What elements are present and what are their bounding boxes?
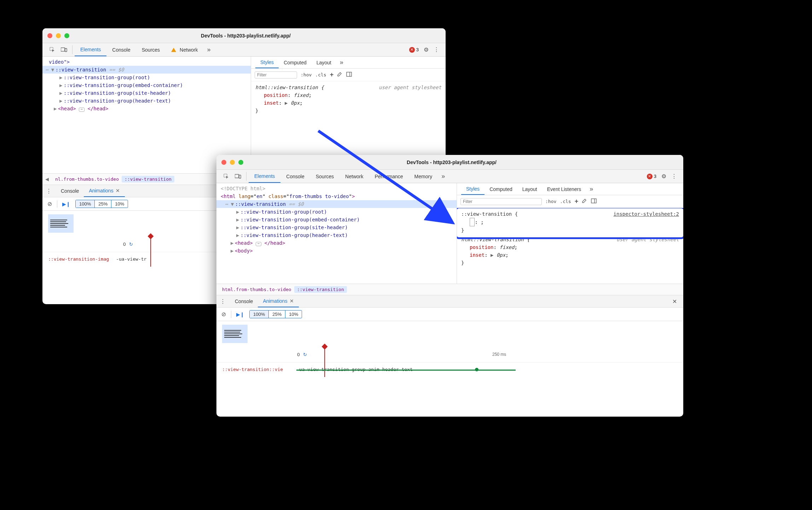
drawer-tab-animations[interactable]: Animations✕ <box>258 295 298 307</box>
animation-timeline[interactable]: 0 ↻ 250 ms <box>216 347 683 362</box>
close-icon[interactable]: ✕ <box>116 188 120 193</box>
dom-body[interactable]: ▶<body> <box>216 247 457 255</box>
drawer-kebab-icon[interactable]: ⋮ <box>220 298 226 305</box>
stab-more-icon[interactable]: » <box>586 183 597 195</box>
playhead[interactable] <box>323 344 327 377</box>
stab-computed[interactable]: Computed <box>485 183 517 195</box>
device-icon[interactable] <box>58 43 70 56</box>
speed-10[interactable]: 10% <box>111 200 128 208</box>
playhead[interactable] <box>149 234 153 267</box>
dom-group-0[interactable]: ▶::view-transition-group(root) <box>216 208 457 216</box>
tab-console[interactable]: Console <box>106 43 136 56</box>
kebab-icon[interactable]: ⋮ <box>434 46 439 53</box>
dom-group-2[interactable]: ▶::view-transition-group(site-header) <box>216 224 457 231</box>
clear-icon[interactable]: ⊘ <box>221 311 226 318</box>
stab-computed[interactable]: Computed <box>279 57 312 68</box>
error-badge[interactable]: ✕ 3 <box>409 47 419 53</box>
cls-toggle[interactable]: .cls <box>560 199 571 204</box>
speed-100[interactable]: 100% <box>250 311 269 318</box>
new-rule-icon[interactable]: + <box>575 198 579 205</box>
close-dot[interactable] <box>221 160 226 165</box>
gear-icon[interactable]: ⚙ <box>661 173 666 180</box>
dom-selected-node[interactable]: ⋯ ▼::view-transition == $0 <box>42 66 251 74</box>
styles-filter-input[interactable] <box>255 71 297 79</box>
device-icon[interactable] <box>232 170 244 183</box>
dom-tree[interactable]: <!DOCTYPE html> <html lang="en" class="f… <box>216 183 457 284</box>
inspect-icon[interactable] <box>221 170 232 183</box>
dom-group-1[interactable]: ▶::view-transition-group(embed-container… <box>42 81 251 89</box>
clear-icon[interactable]: ⊘ <box>47 201 52 207</box>
dom-head[interactable]: ▶<head> ⋯ </head> <box>216 239 457 247</box>
tab-sources[interactable]: Sources <box>136 43 166 56</box>
tab-elements[interactable]: Elements <box>75 43 106 56</box>
dom-group-1[interactable]: ▶::view-transition-group(embed-container… <box>216 216 457 224</box>
dom-selected-node[interactable]: ⋯ ▼::view-transition == $0 <box>216 200 457 208</box>
breadcrumb-1[interactable]: ::view-transition <box>294 286 347 293</box>
brush-icon[interactable] <box>582 198 587 205</box>
panel-icon[interactable] <box>346 71 352 78</box>
tab-elements[interactable]: Elements <box>249 170 280 183</box>
close-dot[interactable] <box>47 33 52 38</box>
dom-group-0[interactable]: ▶::view-transition-group(root) <box>42 74 251 81</box>
dom-head[interactable]: ▶<head> ⋯ </head> <box>42 105 251 112</box>
gear-icon[interactable]: ⚙ <box>424 46 429 53</box>
breadcrumb-1[interactable]: ::view-transition <box>122 176 174 182</box>
styles-rules[interactable]: inspector-stylesheet:2::view-transition … <box>457 208 683 284</box>
drawer-tab-console[interactable]: Console <box>230 295 258 307</box>
hov-toggle[interactable]: :hov <box>545 199 556 204</box>
chevron-left-icon[interactable]: ◀ <box>45 176 52 182</box>
tab-performance[interactable]: Performance <box>369 170 408 183</box>
dom-group-2[interactable]: ▶::view-transition-group(site-header) <box>42 89 251 97</box>
drawer-kebab-icon[interactable]: ⋮ <box>46 188 52 195</box>
stab-styles[interactable]: Styles <box>461 183 485 195</box>
speed-25[interactable]: 25% <box>269 311 285 318</box>
stab-more-icon[interactable]: » <box>336 57 347 68</box>
animation-track[interactable]: ::view-transition::vie -ua-view-transiti… <box>216 362 683 376</box>
drawer-tab-animations[interactable]: Animations✕ <box>84 185 124 197</box>
breadcrumb-0[interactable]: nl.from-thumbs.to-video <box>52 176 122 182</box>
tab-memory[interactable]: Memory <box>409 170 438 183</box>
kebab-icon[interactable]: ⋮ <box>671 173 677 180</box>
play-icon[interactable]: ▶❙ <box>62 201 70 207</box>
play-icon[interactable]: ▶❙ <box>236 312 244 317</box>
speed-10[interactable]: 10% <box>285 311 302 318</box>
brush-icon[interactable] <box>337 71 343 78</box>
zoom-dot[interactable] <box>238 160 243 165</box>
breadcrumb-0[interactable]: html.from-thumbs.to-video <box>219 286 294 293</box>
cls-toggle[interactable]: .cls <box>315 72 326 77</box>
drawer-tab-console[interactable]: Console <box>56 185 84 197</box>
reload-icon[interactable]: ↻ <box>303 352 307 357</box>
tab-console[interactable]: Console <box>280 170 310 183</box>
more-tabs-icon[interactable]: » <box>438 170 448 183</box>
close-icon[interactable]: ✕ <box>290 298 294 304</box>
tab-sources[interactable]: Sources <box>310 170 340 183</box>
tab-network[interactable]: Network <box>340 170 369 183</box>
dom-group-3[interactable]: ▶::view-transition-group(header-text) <box>216 231 457 239</box>
animation-group-thumb[interactable] <box>48 214 74 233</box>
styles-filter-input[interactable] <box>460 198 542 205</box>
stab-styles[interactable]: Styles <box>255 57 279 68</box>
animation-group-thumb[interactable] <box>222 325 248 343</box>
drawer-close-icon[interactable]: ✕ <box>669 298 680 305</box>
speed-100[interactable]: 100% <box>76 200 95 208</box>
dom-group-3[interactable]: ▶::view-transition-group(header-text) <box>42 97 251 105</box>
more-tabs-icon[interactable]: » <box>203 43 214 56</box>
window-title: DevTools - http203-playlist.netlify.app/ <box>69 33 422 39</box>
inspect-icon[interactable] <box>47 43 58 56</box>
stab-layout[interactable]: Layout <box>312 57 336 68</box>
tab-network[interactable]: Network <box>166 43 203 56</box>
hov-toggle[interactable]: :hov <box>301 72 312 77</box>
error-badge[interactable]: ✕ 3 <box>647 174 656 179</box>
minimize-dot[interactable] <box>56 33 61 38</box>
panel-icon[interactable] <box>591 198 597 205</box>
stab-event-listeners[interactable]: Event Listeners <box>542 183 586 195</box>
speed-25[interactable]: 25% <box>95 200 111 208</box>
property-edit-input[interactable] <box>470 218 475 226</box>
zoom-dot[interactable] <box>64 33 69 38</box>
reload-icon[interactable]: ↻ <box>129 242 133 247</box>
new-rule-icon[interactable]: + <box>330 71 334 79</box>
stab-layout[interactable]: Layout <box>517 183 542 195</box>
minimize-dot[interactable] <box>230 160 235 165</box>
dom-html-element[interactable]: <html lang="en" class="from-thumbs to-vi… <box>216 192 457 200</box>
rule-source-link[interactable]: inspector-stylesheet:2 <box>614 210 679 218</box>
